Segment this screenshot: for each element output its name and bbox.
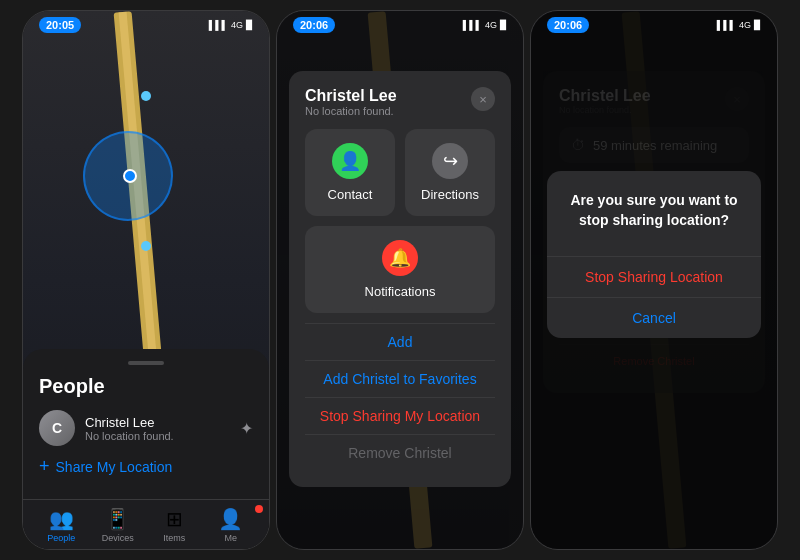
signal-icon-3: ▌▌▌ <box>717 20 736 30</box>
screen1-phone: 20:05 ▌▌▌ 4G ▉ People C Christel Lee <box>22 10 270 550</box>
status-bar-2: 20:06 ▌▌▌ 4G ▉ <box>277 11 523 37</box>
sheet-header: Christel Lee No location found. × <box>305 87 495 117</box>
alert-dialog: Are you sure you want to stop sharing lo… <box>547 171 761 338</box>
contact-icon-circle: 👤 <box>332 143 368 179</box>
remove-row[interactable]: Remove Christel <box>305 434 495 471</box>
sheet-name-block: Christel Lee No location found. <box>305 87 397 117</box>
route-pin-bottom <box>141 241 151 251</box>
close-icon: × <box>479 92 487 107</box>
people-icon: 👥 <box>49 507 74 531</box>
signal-icon: ▌▌▌ <box>209 20 228 30</box>
tab-items[interactable]: ⊞ Items <box>146 507 203 543</box>
bell-icon: 🔔 <box>389 247 411 269</box>
tab-devices-label: Devices <box>102 533 134 543</box>
contact-label: Contact <box>328 187 373 202</box>
remove-link[interactable]: Remove Christel <box>305 445 495 461</box>
status-icons-2: ▌▌▌ 4G ▉ <box>463 20 507 30</box>
status-bar-1: 20:05 ▌▌▌ 4G ▉ <box>23 11 269 37</box>
items-icon: ⊞ <box>166 507 183 531</box>
person-row[interactable]: C Christel Lee No location found. ✦ <box>39 410 253 446</box>
add-favorites-row[interactable]: Add Christel to Favorites <box>305 360 495 397</box>
signal-icon-2: ▌▌▌ <box>463 20 482 30</box>
stop-sharing-link[interactable]: Stop Sharing My Location <box>305 408 495 424</box>
directions-arrow-icon: ↪ <box>443 150 458 172</box>
stop-sharing-button[interactable]: Stop Sharing Location <box>547 256 761 297</box>
tab-me-label: Me <box>224 533 237 543</box>
add-link-row[interactable]: Add <box>305 323 495 360</box>
drag-handle[interactable] <box>128 361 164 365</box>
tab-me[interactable]: 👤 Me <box>203 507 260 543</box>
contact-sheet-name: Christel Lee <box>305 87 397 105</box>
status-time-1: 20:05 <box>39 17 81 33</box>
person-avatar: C <box>39 410 75 446</box>
section-title: People <box>39 375 253 398</box>
user-location-dot <box>123 169 137 183</box>
tab-devices[interactable]: 📱 Devices <box>90 507 147 543</box>
battery-icon-2: ▉ <box>500 20 507 30</box>
person-name: Christel Lee <box>85 415 230 430</box>
cancel-button[interactable]: Cancel <box>547 297 761 338</box>
contact-person-icon: 👤 <box>339 150 361 172</box>
contact-button[interactable]: 👤 Contact <box>305 129 395 216</box>
notification-badge <box>255 505 263 513</box>
battery-icon: ▉ <box>246 20 253 30</box>
network-label-3: 4G <box>739 20 751 30</box>
status-bar-3: 20:06 ▌▌▌ 4G ▉ <box>531 11 777 37</box>
add-favorites-link[interactable]: Add Christel to Favorites <box>305 371 495 387</box>
status-time-2: 20:06 <box>293 17 335 33</box>
tab-bar: 👥 People 📱 Devices ⊞ Items 👤 Me <box>23 499 269 549</box>
devices-icon: 📱 <box>105 507 130 531</box>
battery-icon-3: ▉ <box>754 20 761 30</box>
notif-icon-circle: 🔔 <box>382 240 418 276</box>
alert-actions: Stop Sharing Location Cancel <box>547 256 761 338</box>
alert-body: Are you sure you want to stop sharing lo… <box>547 171 761 256</box>
status-time-3: 20:06 <box>547 17 589 33</box>
directions-icon-circle: ↪ <box>432 143 468 179</box>
share-location-label[interactable]: Share My Location <box>56 459 173 475</box>
person-status: No location found. <box>85 430 230 442</box>
status-icons-1: ▌▌▌ 4G ▉ <box>209 20 253 30</box>
person-settings-icon[interactable]: ✦ <box>240 419 253 438</box>
screen3-phone: 20:06 ▌▌▌ 4G ▉ Christel Lee No location … <box>530 10 778 550</box>
share-location-row[interactable]: + Share My Location <box>39 456 253 477</box>
status-icons-3: ▌▌▌ 4G ▉ <box>717 20 761 30</box>
notifications-card[interactable]: 🔔 Notifications <box>305 226 495 313</box>
tab-people[interactable]: 👥 People <box>33 507 90 543</box>
alert-title: Are you sure you want to stop sharing lo… <box>563 191 745 230</box>
directions-label: Directions <box>421 187 479 202</box>
screen2-phone: 20:06 ▌▌▌ 4G ▉ Christel Lee No location … <box>276 10 524 550</box>
contact-sheet-subtitle: No location found. <box>305 105 397 117</box>
tab-items-label: Items <box>163 533 185 543</box>
close-sheet-button[interactable]: × <box>471 87 495 111</box>
tab-people-label: People <box>47 533 75 543</box>
network-label: 4G <box>231 20 243 30</box>
directions-button[interactable]: ↪ Directions <box>405 129 495 216</box>
route-pin-top <box>141 91 151 101</box>
plus-icon: + <box>39 456 50 477</box>
stop-sharing-row[interactable]: Stop Sharing My Location <box>305 397 495 434</box>
contact-directions-row: 👤 Contact ↪ Directions <box>305 129 495 216</box>
me-icon: 👤 <box>218 507 243 531</box>
contact-sheet: Christel Lee No location found. × 👤 Cont… <box>289 71 511 487</box>
add-link[interactable]: Add <box>305 334 495 350</box>
network-label-2: 4G <box>485 20 497 30</box>
notifications-label: Notifications <box>365 284 436 299</box>
person-info: Christel Lee No location found. <box>85 415 230 442</box>
